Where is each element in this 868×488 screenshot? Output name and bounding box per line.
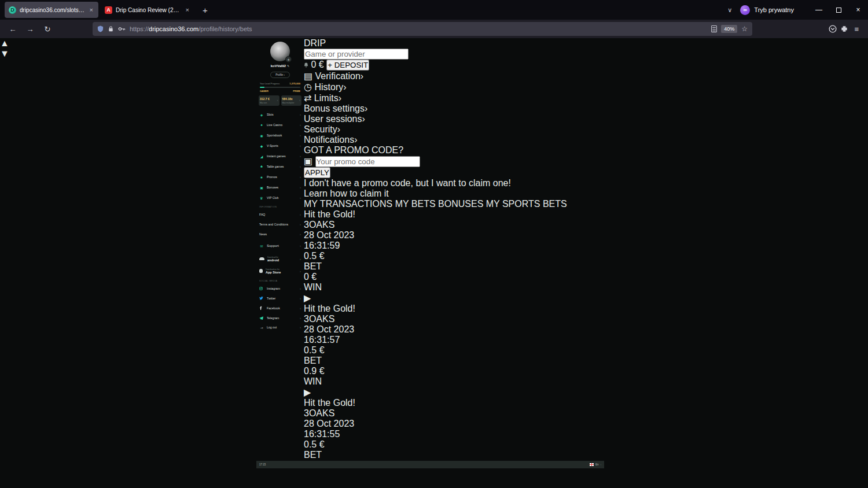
sidebar-item-promos[interactable]: ★ Promos› (256, 172, 304, 182)
lock-icon[interactable] (108, 25, 114, 32)
reader-view-icon[interactable] (711, 25, 717, 32)
apply-promo-button[interactable]: APPLY (304, 167, 330, 178)
sidebar-item-vsports[interactable]: ◆ V-Sports› (256, 141, 304, 151)
bet-row[interactable]: Hit the Gold! 3OAKS 28 Oct 2023 16:31:59… (304, 209, 576, 304)
sidebar-item-sportsbook[interactable]: ◉ Sportsbook› (256, 130, 304, 141)
claim-promo-link[interactable]: Learn how to claim it (304, 188, 389, 198)
game-provider: 3OAKS (304, 408, 576, 419)
play-button[interactable]: ▶ (304, 387, 311, 397)
sidebar-item-faq[interactable]: FAQ› (256, 209, 304, 219)
tracking-shield-icon[interactable] (97, 25, 104, 32)
chevron-right-icon: › (300, 232, 301, 236)
casino-sidebar: + koVVal92✎ Profile › Your Level Progres… (256, 38, 304, 468)
deposit-button[interactable]: + DEPOSIT (326, 60, 369, 71)
chevron-right-icon: › (300, 257, 301, 261)
chevron-right-icon: › (300, 287, 301, 290)
chevron-right-icon: › (300, 269, 301, 273)
window-minimize-button[interactable]: — (809, 0, 829, 20)
key-icon[interactable] (118, 25, 126, 32)
sidebar-item-terms[interactable]: Terms and Conditions› (256, 219, 304, 229)
play-button[interactable]: ▶ (304, 293, 311, 303)
edit-username-icon[interactable]: ✎ (287, 64, 289, 68)
bet-row[interactable]: Hit the Gold! 3OAKS 28 Oct 2023 16:31:57… (304, 304, 576, 398)
settings-item-limits[interactable]: ⇄ Limits› (304, 93, 576, 103)
gift-icon: ▣ (259, 186, 264, 190)
chevron-right-icon: › (299, 98, 300, 102)
tab-bonuses[interactable]: BONUSES (438, 199, 483, 209)
social-card: SOCIAL MEDIA Instagram› Twitter› Faceboo… (256, 277, 304, 323)
list-all-tabs-icon[interactable]: ∨ (719, 6, 740, 14)
tab-close-icon[interactable]: × (89, 6, 94, 13)
settings-item-user-sessions[interactable]: User sessions› (304, 114, 576, 124)
sidebar-item-facebook[interactable]: Facebook› (256, 303, 304, 313)
pocket-icon[interactable] (829, 25, 837, 33)
drip-logo[interactable]: DRIP (304, 38, 576, 49)
win-label: WIN (304, 282, 576, 293)
game-search[interactable] (304, 49, 576, 60)
sidebar-item-telegram[interactable]: Telegram› (256, 313, 304, 323)
sidebar-item-appstore[interactable]: Download on the App Store › (256, 265, 304, 277)
notifications-bell-icon[interactable] (304, 62, 308, 68)
chevron-right-icon: › (300, 113, 301, 116)
window-close-button[interactable]: × (848, 0, 868, 20)
avatar[interactable]: + (270, 42, 290, 61)
balance-amount[interactable]: 0 € (311, 60, 323, 69)
settings-item-notifications[interactable]: Notifications› (304, 135, 576, 145)
chevron-right-icon: › (300, 244, 301, 247)
extension-puzzle-icon[interactable] (840, 25, 848, 33)
browser-tab-dripcasino[interactable]: D dripcasino36.com/slots-online × (5, 2, 98, 18)
game-search-input[interactable] (304, 49, 409, 60)
sidebar-item-bonuses[interactable]: ▣ Bonuses› (256, 182, 304, 193)
sidebar-item-support[interactable]: ✉ Support› (256, 239, 304, 253)
sidebar-item-android-app[interactable]: Download for android › (256, 253, 304, 265)
sidebar-item-live-casino[interactable]: ♠ Live Casino› (256, 120, 304, 130)
back-button[interactable]: ← (5, 25, 21, 34)
sidebar-item-twitter[interactable]: Twitter› (256, 293, 304, 303)
sidebar-item-instagram[interactable]: Instagram› (256, 283, 304, 293)
profile-button[interactable]: Profile › (270, 72, 290, 78)
settings-item-verification[interactable]: ▤ Verification› (304, 71, 576, 82)
promo-header: GOT A PROMO CODE? (304, 145, 576, 156)
scroll-down-icon[interactable]: ▼ (0, 49, 9, 58)
sidebar-item-slots[interactable]: ◈ Slots› (256, 109, 304, 120)
new-tab-button[interactable]: + (197, 5, 214, 15)
tab-my-sports-bets[interactable]: MY SPORTS BETS (486, 199, 567, 209)
reload-button[interactable]: ↻ (39, 25, 56, 34)
settings-item-bonus-settings[interactable]: Bonus settings› (304, 103, 576, 114)
settings-sidebar: ▤ Verification› ◷ History› ⇄ Limits› Bon… (304, 71, 576, 199)
bet-row[interactable]: Hit the Gold! 3OAKS 28 Oct 2023 16:31:55… (304, 398, 576, 468)
slots-icon: ◈ (259, 113, 264, 117)
edit-avatar-icon[interactable]: + (285, 56, 292, 62)
browser-tab-review[interactable]: A Drip Casino Review (2023) 🥇 C × (101, 2, 194, 18)
apps-card: Download for android › Download on the A… (256, 253, 304, 277)
game-provider: 3OAKS (304, 314, 576, 324)
address-bar[interactable]: https://dripcasino36.com/profile/history… (93, 22, 752, 36)
tab-my-transactions[interactable]: MY TRANSACTIONS (304, 199, 392, 209)
settings-item-security[interactable]: Security› (304, 124, 576, 135)
win-amount: 0 € (304, 272, 576, 282)
review-favicon: A (105, 6, 112, 14)
logout-button[interactable]: ⇥ Log out› (256, 323, 304, 332)
bet-label: BET (304, 261, 576, 272)
limits-icon: ⇄ (304, 93, 311, 103)
tab-close-icon[interactable]: × (185, 6, 190, 13)
tab-my-bets[interactable]: MY BETS (395, 199, 436, 209)
bookmark-star-icon[interactable]: ☆ (741, 25, 748, 33)
zoom-level-badge[interactable]: 40% (721, 25, 737, 33)
chat-icon: ✉ (259, 244, 264, 248)
window-restore-button[interactable] (829, 0, 848, 20)
history-tabs: MY TRANSACTIONS MY BETS BONUSES MY SPORT… (304, 199, 576, 209)
max-multiplier-stat[interactable]: 584.18x Max multiplier › (281, 95, 302, 106)
sidebar-item-news[interactable]: News› (256, 229, 304, 239)
menu-hamburger-icon[interactable]: ≡ (852, 25, 861, 34)
settings-item-history[interactable]: ◷ History› (304, 82, 576, 93)
forward-button[interactable]: → (22, 25, 38, 34)
promo-code-input[interactable] (315, 156, 420, 167)
sidebar-item-vip-club[interactable]: ♛ VIP Club› (256, 193, 304, 203)
sidebar-item-instant-games[interactable]: ◢ Instant games› (256, 151, 304, 161)
sidebar-item-table-games[interactable]: ♣ Table games› (256, 161, 304, 172)
max-win-stat[interactable]: 312.7 € Max win › (259, 95, 279, 106)
promo-code-field[interactable]: ▣ (304, 156, 576, 167)
scroll-up-icon[interactable]: ▲ (0, 38, 9, 48)
language-selector[interactable]: En (595, 463, 599, 466)
